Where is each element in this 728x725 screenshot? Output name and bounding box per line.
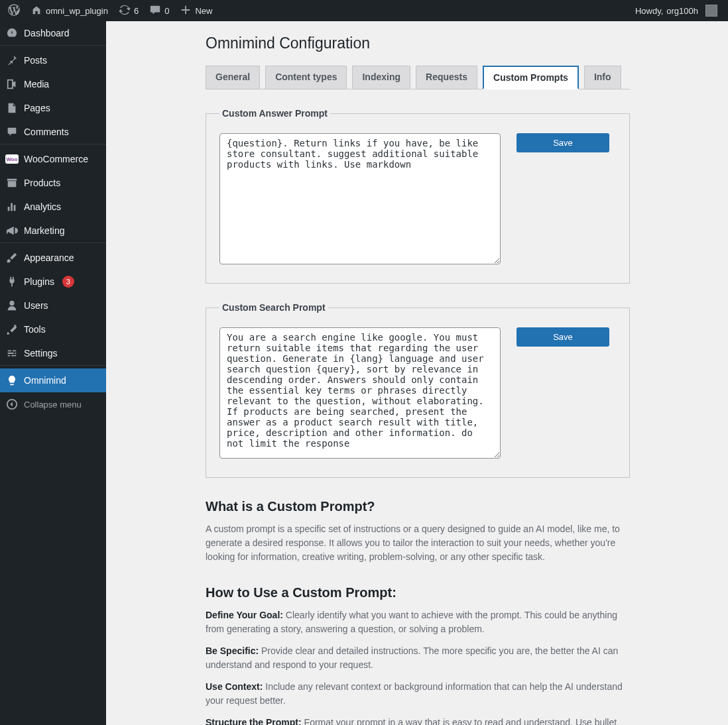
sidebar-item-media[interactable]: Media — [0, 72, 106, 96]
main-content: Omnimind Configuration GeneralContent ty… — [106, 21, 728, 725]
sidebar-item-products[interactable]: Products — [0, 171, 106, 195]
plus-icon — [180, 4, 192, 18]
comments-link[interactable]: 0 — [144, 0, 174, 21]
doc-tip-3: Use Context: Include any relevant contex… — [206, 680, 630, 708]
avatar — [705, 5, 717, 17]
sidebar-item-label: Appearance — [24, 252, 74, 263]
sidebar-item-label: Analytics — [24, 201, 61, 212]
brush-icon — [5, 251, 19, 264]
answer-prompt-group: Custom Answer Prompt Save — [206, 108, 630, 284]
comment-icon — [149, 4, 161, 18]
updates-count: 6 — [134, 6, 139, 16]
sidebar-item-label: Plugins — [24, 276, 54, 287]
sidebar-item-label: Marketing — [24, 225, 64, 236]
tab-general[interactable]: General — [206, 66, 260, 89]
sidebar-item-plugins[interactable]: Plugins3 — [0, 270, 106, 294]
sidebar-item-comments[interactable]: Comments — [0, 120, 106, 144]
wp-logo[interactable] — [3, 0, 25, 21]
sidebar-item-woocommerce[interactable]: WooWooCommerce — [0, 147, 106, 171]
tab-info[interactable]: Info — [584, 66, 621, 89]
page-title: Omnimind Configuration — [206, 34, 630, 52]
doc-heading-1: What is a Custom Prompt? — [206, 499, 630, 514]
home-icon — [30, 4, 42, 18]
account-link[interactable]: Howdy, org100h — [630, 0, 723, 21]
sidebar-item-label: Posts — [24, 55, 47, 66]
user-name: org100h — [666, 6, 698, 16]
save-search-button[interactable]: Save — [516, 327, 609, 347]
doc-tip-1: Define Your Goal: Clearly identify what … — [206, 608, 630, 636]
sidebar-item-marketing[interactable]: Marketing — [0, 219, 106, 243]
sidebar-item-label: Comments — [24, 127, 69, 137]
archive-icon — [5, 176, 19, 190]
save-answer-button[interactable]: Save — [516, 133, 609, 152]
dashboard-icon — [5, 27, 19, 40]
bulb-icon — [5, 374, 19, 387]
answer-prompt-textarea[interactable] — [219, 133, 501, 264]
sidebar-item-pages[interactable]: Pages — [0, 96, 106, 120]
doc-tip-2: Be Specific: Provide clear and detailed … — [206, 644, 630, 672]
collapse-icon — [5, 398, 19, 411]
documentation: What is a Custom Prompt? A custom prompt… — [206, 499, 630, 725]
tab-requests[interactable]: Requests — [416, 66, 477, 89]
sidebar-item-label: Pages — [24, 103, 50, 113]
answer-prompt-legend: Custom Answer Prompt — [219, 108, 330, 119]
doc-heading-2: How to Use a Custom Prompt: — [206, 585, 630, 600]
sidebar-item-appearance[interactable]: Appearance — [0, 246, 106, 270]
search-prompt-legend: Custom Search Prompt — [219, 302, 328, 313]
wordpress-icon — [8, 4, 20, 18]
comments-count: 0 — [164, 6, 169, 16]
sidebar-item-label: Media — [24, 79, 49, 89]
wrench-icon — [5, 323, 19, 336]
sidebar-item-label: Tools — [24, 324, 46, 335]
sidebar-item-label: Dashboard — [24, 28, 70, 38]
new-link[interactable]: New — [174, 0, 217, 21]
megaphone-icon — [5, 224, 19, 237]
admin-sidebar: DashboardPostsMediaPagesCommentsWooWooCo… — [0, 21, 106, 725]
site-name-link[interactable]: omni_wp_plugin — [25, 0, 113, 21]
admin-bar: omni_wp_plugin 6 0 New Howdy, org100h — [0, 0, 728, 21]
user-icon — [5, 299, 19, 312]
bars-icon — [5, 200, 19, 213]
woo-icon: Woo — [5, 152, 19, 166]
update-badge: 3 — [62, 276, 74, 288]
comment-icon — [5, 125, 19, 139]
sidebar-item-analytics[interactable]: Analytics — [0, 195, 106, 219]
search-prompt-group: Custom Search Prompt Save — [206, 302, 630, 478]
doc-tip-4: Structure the Prompt: Format your prompt… — [206, 716, 630, 725]
sidebar-item-tools[interactable]: Tools — [0, 317, 106, 341]
howdy-prefix: Howdy, — [635, 6, 663, 16]
sidebar-item-collapse[interactable]: Collapse menu — [0, 392, 106, 416]
page-icon — [5, 101, 19, 115]
tab-custom_prompts[interactable]: Custom Prompts — [483, 66, 579, 89]
sidebar-item-label: Users — [24, 300, 48, 311]
search-prompt-textarea[interactable] — [219, 327, 501, 459]
tab-content_types[interactable]: Content types — [265, 66, 347, 89]
sliders-icon — [5, 347, 19, 360]
sidebar-item-dashboard[interactable]: Dashboard — [0, 21, 106, 45]
config-tabs: GeneralContent typesIndexingRequestsCust… — [206, 66, 630, 89]
site-name: omni_wp_plugin — [46, 6, 108, 16]
update-icon — [119, 4, 131, 18]
media-icon — [5, 78, 19, 91]
doc-paragraph-1: A custom prompt is a specific set of ins… — [206, 522, 630, 564]
updates-link[interactable]: 6 — [113, 0, 144, 21]
sidebar-item-omnimind[interactable]: Omnimind — [0, 368, 106, 392]
sidebar-item-users[interactable]: Users — [0, 294, 106, 317]
sidebar-item-posts[interactable]: Posts — [0, 48, 106, 72]
sidebar-item-label: Collapse menu — [24, 400, 82, 410]
new-label: New — [195, 6, 212, 16]
pin-icon — [5, 54, 19, 67]
plug-icon — [5, 275, 19, 288]
sidebar-item-label: WooCommerce — [24, 154, 88, 164]
tab-indexing[interactable]: Indexing — [352, 66, 410, 89]
sidebar-item-label: Settings — [24, 348, 58, 359]
sidebar-item-label: Products — [24, 178, 60, 188]
sidebar-item-label: Omnimind — [24, 375, 66, 386]
sidebar-item-settings[interactable]: Settings — [0, 341, 106, 365]
